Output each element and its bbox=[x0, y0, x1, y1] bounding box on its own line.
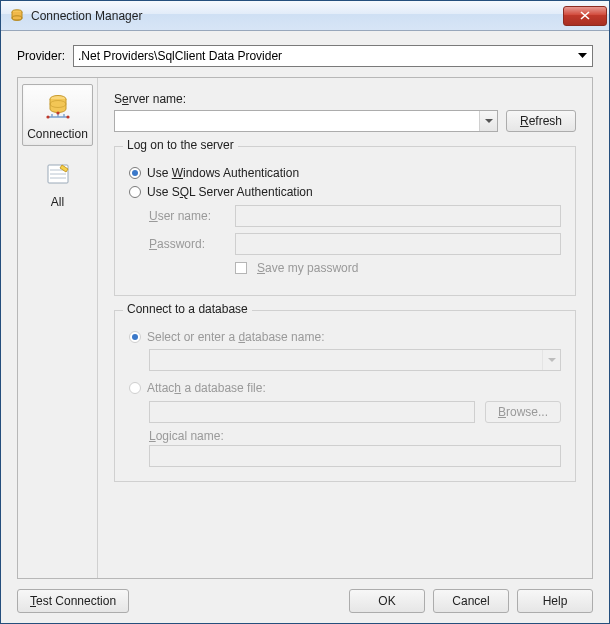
main-panel: Connection All Se bbox=[17, 77, 593, 579]
svg-point-5 bbox=[66, 115, 69, 118]
browse-button: Browse... bbox=[485, 401, 561, 423]
window-title: Connection Manager bbox=[31, 9, 563, 23]
username-input bbox=[235, 205, 561, 227]
app-icon bbox=[9, 8, 25, 24]
provider-combo[interactable]: .Net Providers\SqlClient Data Provider bbox=[73, 45, 593, 67]
server-name-combo[interactable] bbox=[114, 110, 498, 132]
help-button[interactable]: Help bbox=[517, 589, 593, 613]
sidebar: Connection All bbox=[18, 78, 98, 578]
database-legend: Connect to a database bbox=[123, 302, 252, 316]
provider-row: Provider: .Net Providers\SqlClient Data … bbox=[11, 41, 599, 77]
refresh-button[interactable]: Refresh bbox=[506, 110, 576, 132]
logon-group: Log on to the server Use Windows Authent… bbox=[114, 146, 576, 296]
svg-point-4 bbox=[46, 115, 49, 118]
attach-file-input bbox=[149, 401, 475, 423]
sidebar-item-all[interactable]: All bbox=[22, 152, 93, 214]
test-connection-button[interactable]: Test Connection bbox=[17, 589, 129, 613]
ok-button[interactable]: OK bbox=[349, 589, 425, 613]
sidebar-item-label: All bbox=[51, 195, 64, 209]
logical-name-input bbox=[149, 445, 561, 467]
sidebar-item-label: Connection bbox=[27, 127, 88, 141]
save-password-label: Save my password bbox=[257, 261, 358, 275]
logon-legend: Log on to the server bbox=[123, 138, 238, 152]
server-name-label: Server name: bbox=[114, 92, 576, 106]
logical-name-label: Logical name: bbox=[149, 429, 561, 443]
footer: Test Connection OK Cancel Help bbox=[11, 579, 599, 615]
windows-auth-label: Use Windows Authentication bbox=[147, 166, 299, 180]
select-db-radio bbox=[129, 331, 141, 343]
window: Connection Manager Provider: .Net Provid… bbox=[0, 0, 610, 624]
chevron-down-icon bbox=[542, 350, 560, 370]
password-label: Password: bbox=[149, 237, 225, 251]
username-label: User name: bbox=[149, 209, 225, 223]
password-input bbox=[235, 233, 561, 255]
titlebar: Connection Manager bbox=[1, 1, 609, 31]
select-db-label: Select or enter a database name: bbox=[147, 330, 324, 344]
provider-value: .Net Providers\SqlClient Data Provider bbox=[78, 49, 282, 63]
cancel-button[interactable]: Cancel bbox=[433, 589, 509, 613]
client-area: Provider: .Net Providers\SqlClient Data … bbox=[1, 31, 609, 623]
attach-db-radio bbox=[129, 382, 141, 394]
sidebar-item-connection[interactable]: Connection bbox=[22, 84, 93, 146]
windows-auth-radio[interactable] bbox=[129, 167, 141, 179]
svg-point-6 bbox=[56, 111, 59, 114]
provider-label: Provider: bbox=[17, 49, 65, 63]
sql-auth-label: Use SQL Server Authentication bbox=[147, 185, 313, 199]
chevron-down-icon bbox=[574, 48, 590, 64]
properties-icon bbox=[42, 159, 74, 191]
database-icon bbox=[42, 91, 74, 123]
sql-auth-radio[interactable] bbox=[129, 186, 141, 198]
database-name-combo bbox=[149, 349, 561, 371]
database-group: Connect to a database Select or enter a … bbox=[114, 310, 576, 482]
attach-db-label: Attach a database file: bbox=[147, 381, 266, 395]
content: Server name: Refresh Log on to the serve… bbox=[98, 78, 592, 578]
chevron-down-icon bbox=[479, 111, 497, 131]
close-button[interactable] bbox=[563, 6, 607, 26]
save-password-checkbox bbox=[235, 262, 247, 274]
